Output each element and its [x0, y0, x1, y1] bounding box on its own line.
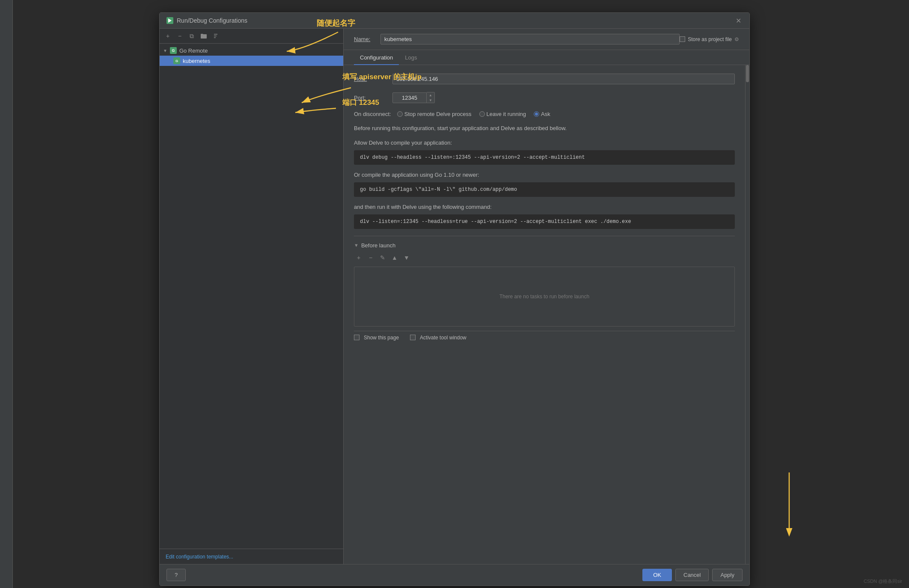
- launch-empty-text: There are no tasks to run before launch: [499, 294, 589, 300]
- show-page-row: Show this page Activate tool window: [354, 331, 735, 344]
- activate-window-checkbox[interactable]: [410, 335, 416, 340]
- port-label: Port:: [354, 95, 392, 101]
- before-launch-edit-button[interactable]: ✎: [378, 253, 387, 262]
- before-launch-chevron-icon: ▼: [354, 243, 359, 248]
- info-text: Before running this configuration, start…: [354, 124, 735, 133]
- disconnect-label: On disconnect:: [354, 111, 391, 117]
- code-block-2: go build -gcflags \"all=-N -l\" github.c…: [354, 182, 735, 197]
- name-input[interactable]: [380, 34, 680, 45]
- code-block-1: dlv debug --headless --listen=:12345 --a…: [354, 150, 735, 165]
- config-header: Name: Store as project file ⚙: [344, 29, 749, 50]
- ok-button[interactable]: OK: [642, 569, 672, 581]
- name-row: Name:: [354, 34, 680, 45]
- tree-group-go-remote: ▼ G Go Remote G kubernetes: [160, 45, 343, 66]
- show-page-checkbox[interactable]: [354, 335, 359, 340]
- show-page-label: Show this page: [364, 335, 399, 341]
- port-spinners: ▲ ▼: [427, 92, 435, 103]
- before-launch-add-button[interactable]: +: [354, 253, 363, 262]
- before-launch-down-button[interactable]: ▼: [402, 253, 411, 262]
- vertical-scrollbar[interactable]: [745, 65, 749, 564]
- radio-ask[interactable]: Ask: [534, 111, 550, 117]
- radio-stop-remote[interactable]: Stop remote Delve process: [397, 111, 472, 117]
- run-config-icon: [166, 17, 173, 24]
- radio-leave-running-label: Leave it running: [487, 111, 526, 117]
- activate-window-label: Activate tool window: [420, 335, 466, 341]
- radio-ask-label: Ask: [541, 111, 550, 117]
- sort-config-button[interactable]: [211, 31, 220, 41]
- host-label: Host:: [354, 76, 392, 82]
- before-launch-toolbar: + − ✎ ▲ ▼: [354, 253, 735, 262]
- go-remote-group-icon: G: [170, 47, 177, 54]
- radio-leave-running-indicator: [479, 111, 485, 117]
- code-block-3: dlv --listen=:12345 --headless=true --ap…: [354, 214, 735, 229]
- sidebar-footer: Edit configuration templates...: [160, 549, 343, 564]
- store-project-label: Store as project file: [688, 36, 732, 42]
- store-project-checkbox[interactable]: [680, 36, 685, 42]
- watermark: CSDN @格条同sir: [864, 578, 902, 585]
- tree-group-header[interactable]: ▼ G Go Remote: [160, 45, 343, 56]
- dialog-title-left: Run/Debug Configurations: [166, 17, 247, 24]
- disconnect-row: On disconnect: Stop remote Delve process…: [354, 111, 735, 117]
- before-launch-title: Before launch: [361, 242, 395, 249]
- dialog-title-text: Run/Debug Configurations: [177, 17, 247, 24]
- dialog-close-button[interactable]: ✕: [734, 16, 743, 25]
- radio-stop-remote-label: Stop remote Delve process: [404, 111, 472, 117]
- port-input[interactable]: [392, 92, 427, 103]
- tree-chevron-icon: ▼: [163, 48, 167, 53]
- port-decrement-button[interactable]: ▼: [427, 98, 434, 103]
- host-input[interactable]: [392, 74, 735, 84]
- before-launch-section: ▼ Before launch + − ✎ ▲ ▼ Th: [354, 236, 735, 327]
- sidebar-toolbar: + − ⧉: [160, 29, 343, 44]
- launch-empty-area: There are no tasks to run before launch: [354, 267, 735, 327]
- radio-leave-running[interactable]: Leave it running: [479, 111, 526, 117]
- name-label: Name:: [354, 36, 375, 42]
- section1-title: Allow Delve to compile your application:: [354, 140, 735, 146]
- folder-config-button[interactable]: [199, 31, 208, 41]
- port-increment-button[interactable]: ▲: [427, 92, 434, 98]
- remove-config-button[interactable]: −: [175, 31, 184, 41]
- kubernetes-item-icon: G: [173, 57, 180, 64]
- tree-item-kubernetes[interactable]: G kubernetes: [160, 56, 343, 66]
- radio-ask-indicator: [534, 111, 539, 117]
- dialog-footer: ? OK Cancel Apply: [160, 564, 749, 585]
- gear-icon[interactable]: ⚙: [734, 36, 739, 42]
- run-debug-dialog: Run/Debug Configurations ✕ + − ⧉: [159, 12, 750, 586]
- svg-marker-0: [168, 18, 172, 23]
- config-content: Host: Port: ▲ ▼: [344, 65, 745, 564]
- store-project-row: Store as project file ⚙: [680, 36, 739, 42]
- host-row: Host:: [354, 74, 735, 84]
- config-sidebar: + − ⧉ ▼ G Go Remo: [160, 29, 344, 564]
- edit-templates-link[interactable]: Edit configuration templates...: [166, 554, 233, 560]
- dialog-body: + − ⧉ ▼ G Go Remo: [160, 29, 749, 564]
- tab-configuration[interactable]: Configuration: [354, 50, 399, 65]
- before-launch-header: ▼ Before launch: [354, 242, 735, 249]
- section3-title: and then run it with Delve using the fol…: [354, 204, 735, 210]
- config-panel: Name: Store as project file ⚙ Configurat…: [344, 29, 749, 564]
- dialog-titlebar: Run/Debug Configurations ✕: [160, 13, 749, 29]
- config-tabs: Configuration Logs: [344, 50, 749, 65]
- help-button[interactable]: ?: [166, 569, 186, 581]
- apply-button[interactable]: Apply: [712, 569, 743, 581]
- port-input-wrapper: ▲ ▼: [392, 92, 435, 103]
- section2-title: Or compile the application using Go 1.10…: [354, 172, 735, 178]
- scrollbar-thumb[interactable]: [746, 65, 749, 82]
- port-row: Port: ▲ ▼: [354, 92, 735, 103]
- radio-stop-remote-indicator: [397, 111, 403, 117]
- tab-logs[interactable]: Logs: [399, 50, 423, 65]
- sidebar-tree: ▼ G Go Remote G kubernetes: [160, 44, 343, 549]
- cancel-button[interactable]: Cancel: [675, 569, 709, 581]
- before-launch-remove-button[interactable]: −: [366, 253, 375, 262]
- tree-item-label: kubernetes: [183, 58, 210, 64]
- before-launch-up-button[interactable]: ▲: [390, 253, 399, 262]
- copy-config-button[interactable]: ⧉: [187, 31, 196, 41]
- add-config-button[interactable]: +: [163, 31, 172, 41]
- tree-group-label: Go Remote: [179, 48, 208, 54]
